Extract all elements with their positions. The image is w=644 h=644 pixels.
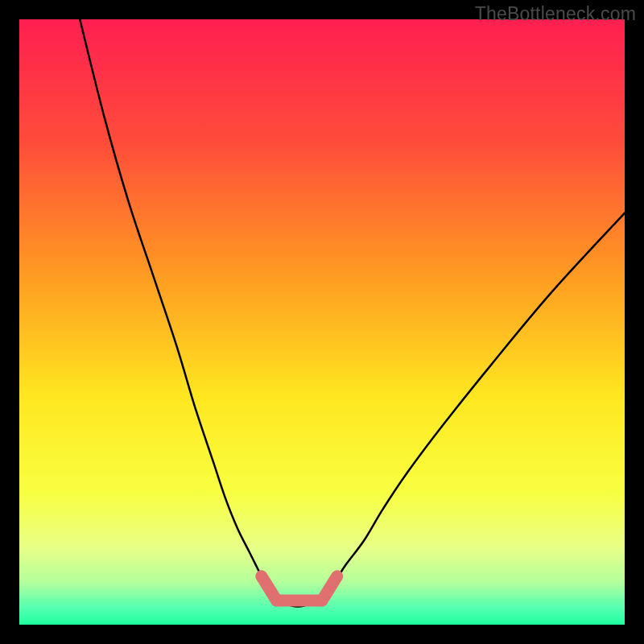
curve-right-branch <box>322 213 625 595</box>
highlight-right-foot <box>322 576 337 601</box>
curve-left-branch <box>80 19 274 594</box>
plot-area <box>19 19 625 625</box>
outer-frame: TheBottleneck.com <box>0 0 644 644</box>
plot-svg <box>19 19 625 625</box>
watermark-label: TheBottleneck.com <box>475 3 636 25</box>
